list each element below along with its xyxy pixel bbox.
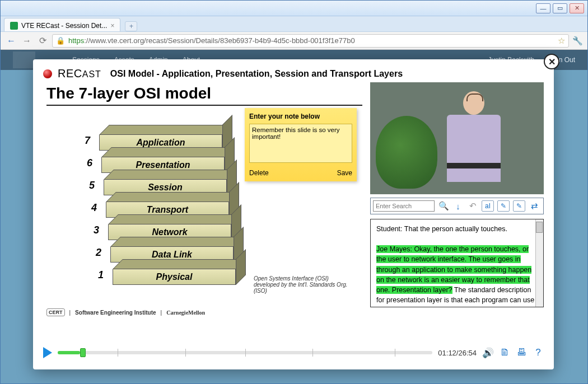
cmu-logo: CarnegieMellon [166,310,205,316]
session-modal: ✕ RECAST OSI Model - Application, Presen… [33,59,554,369]
modal-close-button[interactable]: ✕ [544,54,559,69]
window-maximize-button[interactable]: ▭ [553,3,567,13]
note-delete-button[interactable]: Delete [249,169,269,177]
osi-layer: 1 Physical [113,259,236,285]
session-title: OSI Model - Application, Presentation, S… [110,69,403,79]
osi-stack-diagram: 7 Application 6 Presentation 5 Session [99,125,222,282]
address-bar: ← → ⟳ 🔒 https://www.vte.cert.org/recast/… [1,32,587,50]
seek-handle[interactable] [80,348,86,357]
seek-track[interactable] [58,351,432,354]
nav-forward-button[interactable]: → [21,35,33,47]
new-tab-button[interactable]: + [125,21,137,31]
transcript-panel[interactable]: Student: That the person actually touche… [370,219,544,307]
layer-label: Data Link [152,250,192,260]
site-logo-icon [13,51,35,68]
layer-label: Session [148,182,182,193]
layer-label: Network [152,227,187,237]
plant-graphic [376,116,437,189]
video-player[interactable] [370,82,544,194]
url-path: ://www.vte.cert.org/recast/Session/Detai… [84,36,354,45]
layer-label: Transport [147,205,188,215]
record-dot-icon [43,69,52,78]
slide-divider [46,105,362,106]
playback-bar: 01:12/26:54 🔊 🗎 🖶 ? [43,341,544,364]
slide-footer-logos: CERT | Software Engineering Institute | … [46,308,205,316]
transcript-toolbar: 🔍 ↓ ↶ aI ✎ ✎ ⇄ [370,198,544,214]
arrow-down-icon[interactable]: ↓ [452,200,464,212]
sei-logo: Software Engineering Institute [75,310,156,316]
window-close-button[interactable]: ✕ [570,3,584,13]
cert-logo: CERT [46,308,65,316]
seek-fill [58,351,80,354]
play-button[interactable] [43,347,52,358]
browser-window: — ▭ ✕ VTE RECast - Session Det... × + ← … [0,0,588,384]
note-title: Enter your note below [249,113,352,120]
url-protocol: https [68,36,84,45]
presenter-graphic [443,88,505,194]
layer-number: 4 [91,202,97,214]
browser-tab[interactable]: VTE RECast - Session Det... × [4,18,120,31]
layer-label: Physical [156,272,193,282]
slide-area: The 7-layer OSI model 7 Application 6 Pr… [43,82,362,315]
scrollbar[interactable] [535,219,543,307]
layer-number: 3 [94,224,99,236]
swap-icon[interactable]: ⇄ [529,200,540,212]
url-field[interactable]: 🔒 https://www.vte.cert.org/recast/Sessio… [52,34,569,48]
sticky-note: Enter your note below Remember this slid… [245,108,357,181]
window-minimize-button[interactable]: — [536,3,550,13]
layer-number: 7 [85,135,90,147]
notes-icon[interactable]: 🗎 [499,347,510,358]
modal-header: RECAST OSI Model - Application, Presenta… [43,67,544,80]
slide-caption: Open Systems Interface (OSI) developed b… [254,275,354,294]
settings-wrench-icon[interactable]: 🔧 [572,36,583,46]
nav-reload-button[interactable]: ⟳ [36,35,49,47]
lock-icon: 🔒 [56,36,65,45]
note-save-button[interactable]: Save [337,169,352,177]
print-icon[interactable]: 🖶 [516,347,527,358]
nav-back-button[interactable]: ← [5,35,17,47]
layer-number: 1 [98,269,104,281]
window-titlebar: — ▭ ✕ [1,1,587,16]
tab-title: VTE RECast - Session Det... [21,22,107,30]
highlighter-icon[interactable]: ✎ [513,200,525,212]
browser-tabstrip: VTE RECast - Session Det... × + [1,16,587,32]
layer-label: Presentation [136,160,190,170]
note-textarea[interactable]: Remember this slide is so very important… [249,124,352,163]
tab-close-icon[interactable]: × [110,22,114,30]
bookmark-star-icon[interactable]: ☆ [558,36,565,46]
layer-number: 6 [87,157,92,169]
scrollbar-thumb[interactable] [536,222,543,233]
text-size-icon[interactable]: aI [482,200,494,212]
edit-pencil-icon[interactable]: ✎ [497,200,510,212]
search-input[interactable] [373,200,435,212]
playback-time: 01:12/26:54 [438,349,477,357]
transcript-line: Student: That the person actually touche… [376,224,538,234]
brand-text: RECAST [58,67,101,80]
transcript-paragraph: Joe Mayes: Okay, the one the person touc… [376,244,538,307]
layer-number: 5 [89,180,95,191]
layer-number: 2 [96,247,101,259]
undo-icon[interactable]: ↶ [467,200,478,212]
help-icon[interactable]: ? [533,347,544,358]
volume-icon[interactable]: 🔊 [482,347,493,359]
slide-title: The 7-layer OSI model [46,85,362,102]
search-icon[interactable]: 🔍 [438,200,449,212]
layer-label: Application [136,138,185,148]
tab-favicon-icon [10,22,18,30]
